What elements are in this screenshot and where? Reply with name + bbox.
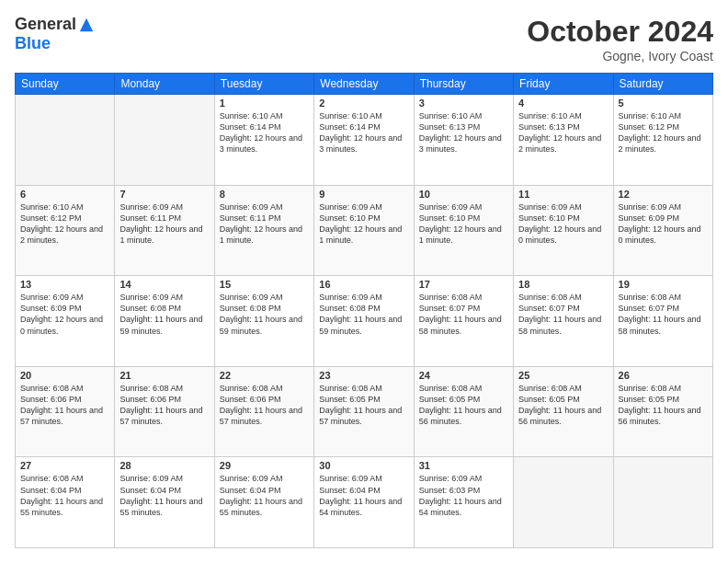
day-number: 12 xyxy=(619,189,708,200)
calendar-cell: 22Sunrise: 6:08 AMSunset: 6:06 PMDayligh… xyxy=(214,366,313,457)
calendar-cell: 9Sunrise: 6:09 AMSunset: 6:10 PMDaylight… xyxy=(314,185,414,276)
logo: General Blue xyxy=(15,15,95,53)
logo-blue-text: Blue xyxy=(15,34,51,52)
calendar-cell: 28Sunrise: 6:09 AMSunset: 6:04 PMDayligh… xyxy=(115,457,214,548)
calendar-cell: 16Sunrise: 6:09 AMSunset: 6:08 PMDayligh… xyxy=(314,276,414,367)
day-number: 14 xyxy=(119,279,209,290)
day-number: 28 xyxy=(119,460,209,471)
calendar-cell: 19Sunrise: 6:08 AMSunset: 6:07 PMDayligh… xyxy=(613,276,712,367)
col-header-wednesday: Wednesday xyxy=(314,74,414,95)
cell-info: Sunrise: 6:08 AMSunset: 6:07 PMDaylight:… xyxy=(518,292,608,337)
day-number: 3 xyxy=(419,98,508,109)
day-number: 23 xyxy=(319,370,408,381)
calendar-cell: 10Sunrise: 6:09 AMSunset: 6:10 PMDayligh… xyxy=(414,185,513,276)
day-number: 30 xyxy=(319,460,408,471)
cell-info: Sunrise: 6:09 AMSunset: 6:04 PMDaylight:… xyxy=(319,473,408,518)
calendar-cell: 21Sunrise: 6:08 AMSunset: 6:06 PMDayligh… xyxy=(115,366,214,457)
day-number: 17 xyxy=(419,279,508,290)
calendar-cell: 18Sunrise: 6:08 AMSunset: 6:07 PMDayligh… xyxy=(514,276,613,367)
calendar-cell: 17Sunrise: 6:08 AMSunset: 6:07 PMDayligh… xyxy=(414,276,513,367)
cell-info: Sunrise: 6:08 AMSunset: 6:07 PMDaylight:… xyxy=(619,292,708,337)
day-number: 11 xyxy=(518,189,608,200)
cell-info: Sunrise: 6:08 AMSunset: 6:07 PMDaylight:… xyxy=(419,292,508,337)
calendar-cell: 23Sunrise: 6:08 AMSunset: 6:05 PMDayligh… xyxy=(314,366,414,457)
cell-info: Sunrise: 6:10 AMSunset: 6:12 PMDaylight:… xyxy=(619,110,708,155)
col-header-sunday: Sunday xyxy=(16,74,115,95)
calendar-cell xyxy=(16,95,115,186)
col-header-thursday: Thursday xyxy=(414,74,513,95)
title-block: October 2024 Gogne, Ivory Coast xyxy=(527,15,713,63)
day-number: 29 xyxy=(220,460,309,471)
logo-general: General xyxy=(15,15,76,34)
cell-info: Sunrise: 6:10 AMSunset: 6:13 PMDaylight:… xyxy=(518,110,608,155)
day-number: 13 xyxy=(20,279,109,290)
calendar-cell: 8Sunrise: 6:09 AMSunset: 6:11 PMDaylight… xyxy=(214,185,313,276)
month-title: October 2024 xyxy=(527,15,713,49)
cell-info: Sunrise: 6:09 AMSunset: 6:10 PMDaylight:… xyxy=(319,201,408,247)
cell-info: Sunrise: 6:08 AMSunset: 6:06 PMDaylight:… xyxy=(20,383,109,428)
col-header-saturday: Saturday xyxy=(613,74,712,95)
cell-info: Sunrise: 6:09 AMSunset: 6:08 PMDaylight:… xyxy=(119,292,209,337)
cell-info: Sunrise: 6:09 AMSunset: 6:04 PMDaylight:… xyxy=(220,473,309,518)
logo-icon xyxy=(78,17,95,33)
cell-info: Sunrise: 6:08 AMSunset: 6:04 PMDaylight:… xyxy=(20,473,109,518)
day-number: 18 xyxy=(518,279,608,290)
day-number: 19 xyxy=(619,279,708,290)
calendar-cell: 11Sunrise: 6:09 AMSunset: 6:10 PMDayligh… xyxy=(514,185,613,276)
day-number: 25 xyxy=(518,370,608,381)
day-number: 24 xyxy=(419,370,508,381)
day-number: 20 xyxy=(20,370,109,381)
calendar-cell: 7Sunrise: 6:09 AMSunset: 6:11 PMDaylight… xyxy=(115,185,214,276)
day-number: 10 xyxy=(419,189,508,200)
calendar-cell: 26Sunrise: 6:08 AMSunset: 6:05 PMDayligh… xyxy=(613,366,712,457)
calendar-cell xyxy=(514,457,613,548)
day-number: 27 xyxy=(20,460,109,471)
cell-info: Sunrise: 6:10 AMSunset: 6:14 PMDaylight:… xyxy=(220,110,309,155)
cell-info: Sunrise: 6:09 AMSunset: 6:09 PMDaylight:… xyxy=(619,201,708,247)
cell-info: Sunrise: 6:09 AMSunset: 6:11 PMDaylight:… xyxy=(220,201,309,247)
cell-info: Sunrise: 6:09 AMSunset: 6:04 PMDaylight:… xyxy=(119,473,209,518)
day-number: 16 xyxy=(319,279,408,290)
header: General Blue October 2024 Gogne, Ivory C… xyxy=(15,15,713,63)
cell-info: Sunrise: 6:09 AMSunset: 6:08 PMDaylight:… xyxy=(319,292,408,337)
location: Gogne, Ivory Coast xyxy=(527,49,713,63)
calendar-cell: 15Sunrise: 6:09 AMSunset: 6:08 PMDayligh… xyxy=(214,276,313,367)
calendar-cell: 24Sunrise: 6:08 AMSunset: 6:05 PMDayligh… xyxy=(414,366,513,457)
calendar-cell: 5Sunrise: 6:10 AMSunset: 6:12 PMDaylight… xyxy=(613,95,712,186)
cell-info: Sunrise: 6:08 AMSunset: 6:05 PMDaylight:… xyxy=(619,383,708,428)
day-number: 6 xyxy=(20,189,109,200)
day-number: 31 xyxy=(419,460,508,471)
day-number: 1 xyxy=(220,98,309,109)
cell-info: Sunrise: 6:08 AMSunset: 6:06 PMDaylight:… xyxy=(220,383,309,428)
calendar-cell: 13Sunrise: 6:09 AMSunset: 6:09 PMDayligh… xyxy=(16,276,115,367)
cell-info: Sunrise: 6:08 AMSunset: 6:05 PMDaylight:… xyxy=(419,383,508,428)
calendar-cell: 2Sunrise: 6:10 AMSunset: 6:14 PMDaylight… xyxy=(314,95,414,186)
cell-info: Sunrise: 6:08 AMSunset: 6:06 PMDaylight:… xyxy=(119,383,209,428)
calendar-cell: 25Sunrise: 6:08 AMSunset: 6:05 PMDayligh… xyxy=(514,366,613,457)
cell-info: Sunrise: 6:09 AMSunset: 6:03 PMDaylight:… xyxy=(419,473,508,518)
svg-marker-0 xyxy=(80,17,93,30)
cell-info: Sunrise: 6:09 AMSunset: 6:11 PMDaylight:… xyxy=(119,201,209,247)
calendar-cell xyxy=(115,95,214,186)
cell-info: Sunrise: 6:09 AMSunset: 6:10 PMDaylight:… xyxy=(419,201,508,247)
day-number: 9 xyxy=(319,189,408,200)
calendar-cell: 12Sunrise: 6:09 AMSunset: 6:09 PMDayligh… xyxy=(613,185,712,276)
logo-text: General xyxy=(15,15,95,34)
cell-info: Sunrise: 6:09 AMSunset: 6:08 PMDaylight:… xyxy=(220,292,309,337)
calendar-cell: 14Sunrise: 6:09 AMSunset: 6:08 PMDayligh… xyxy=(115,276,214,367)
calendar-cell: 1Sunrise: 6:10 AMSunset: 6:14 PMDaylight… xyxy=(214,95,313,186)
cell-info: Sunrise: 6:09 AMSunset: 6:09 PMDaylight:… xyxy=(20,292,109,337)
day-number: 2 xyxy=(319,98,408,109)
calendar-cell: 4Sunrise: 6:10 AMSunset: 6:13 PMDaylight… xyxy=(514,95,613,186)
cell-info: Sunrise: 6:10 AMSunset: 6:12 PMDaylight:… xyxy=(20,201,109,247)
cell-info: Sunrise: 6:10 AMSunset: 6:14 PMDaylight:… xyxy=(319,110,408,155)
day-number: 8 xyxy=(220,189,309,200)
day-number: 22 xyxy=(220,370,309,381)
cell-info: Sunrise: 6:08 AMSunset: 6:05 PMDaylight:… xyxy=(518,383,608,428)
cell-info: Sunrise: 6:10 AMSunset: 6:13 PMDaylight:… xyxy=(419,110,508,155)
day-number: 4 xyxy=(518,98,608,109)
col-header-monday: Monday xyxy=(115,74,214,95)
day-number: 26 xyxy=(619,370,708,381)
calendar: SundayMondayTuesdayWednesdayThursdayFrid… xyxy=(15,73,713,548)
calendar-cell: 29Sunrise: 6:09 AMSunset: 6:04 PMDayligh… xyxy=(214,457,313,548)
